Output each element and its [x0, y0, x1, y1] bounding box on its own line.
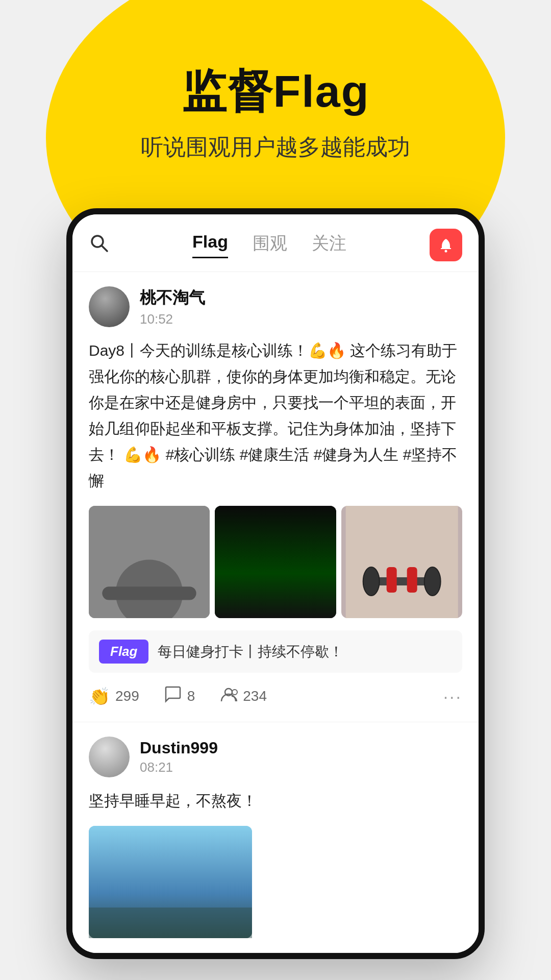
tab-flag[interactable]: Flag	[192, 232, 228, 258]
svg-point-17	[424, 567, 440, 596]
svg-rect-5	[104, 551, 129, 557]
search-icon[interactable]	[89, 233, 109, 258]
hero-section: 监督Flag 听说围观用户越多越能成功	[0, 0, 551, 193]
flag-text: 每日健身打卡丨持续不停歇！	[158, 642, 343, 662]
avatar-1	[89, 286, 130, 327]
svg-rect-9	[263, 506, 288, 618]
like-count: 299	[115, 688, 139, 704]
post-1-user-info: 桃不淘气 10:52	[140, 287, 205, 327]
svg-point-16	[363, 567, 379, 596]
post-1-time: 10:52	[140, 311, 205, 327]
phone-wrapper: Flag 围观 关注 桃不淘气 10:52	[0, 208, 551, 959]
post-2: Dustin999 08:21 坚持早睡早起，不熬夜！	[72, 722, 479, 953]
svg-rect-23	[89, 908, 252, 938]
svg-point-11	[260, 594, 291, 602]
phone-mockup: Flag 围观 关注 桃不淘气 10:52	[66, 208, 485, 959]
hero-title: 监督Flag	[0, 61, 551, 122]
post-2-time: 08:21	[140, 760, 218, 775]
hero-subtitle: 听说围观用户越多越能成功	[0, 132, 551, 162]
post-1-username[interactable]: 桃不淘气	[140, 287, 205, 309]
post-2-content: 坚持早睡早起，不熬夜！	[89, 788, 462, 814]
post-image-gym3	[341, 506, 462, 618]
tab-guanwan[interactable]: 围观	[253, 232, 287, 258]
svg-rect-7	[144, 536, 155, 603]
avatar-2	[89, 737, 130, 777]
notification-bell[interactable]	[430, 229, 462, 261]
more-action[interactable]: ···	[443, 687, 462, 706]
comment-icon	[164, 685, 182, 707]
svg-rect-13	[269, 557, 282, 587]
comment-action[interactable]: 8	[164, 685, 195, 707]
post-image-gym2	[215, 506, 336, 618]
svg-rect-8	[219, 506, 332, 618]
phone-nav: Flag 围观 关注	[72, 214, 479, 272]
post-1-header: 桃不淘气 10:52	[89, 286, 462, 327]
svg-point-21	[232, 690, 237, 695]
like-action[interactable]: 👏 299	[89, 686, 139, 706]
svg-point-2	[445, 250, 447, 253]
post-2-image	[89, 826, 252, 938]
svg-rect-6	[170, 551, 195, 557]
watcher-count: 234	[243, 688, 267, 704]
tab-guanzhu[interactable]: 关注	[312, 232, 346, 258]
svg-line-1	[102, 246, 108, 251]
svg-rect-14	[345, 506, 458, 618]
svg-rect-18	[386, 567, 396, 593]
post-2-user-info: Dustin999 08:21	[140, 739, 218, 775]
post-1: 桃不淘气 10:52 Day8丨今天的训练是核心训练！💪🔥 这个练习有助于强化你…	[72, 272, 479, 722]
post-1-images	[89, 506, 462, 618]
watcher-icon	[219, 685, 238, 707]
like-icon: 👏	[89, 686, 110, 706]
comment-count: 8	[187, 688, 195, 704]
post-2-header: Dustin999 08:21	[89, 737, 462, 777]
svg-rect-10	[268, 516, 283, 598]
svg-rect-3	[93, 506, 206, 618]
flag-label: Flag	[99, 640, 148, 664]
nav-tabs: Flag 围观 关注	[192, 232, 346, 258]
svg-rect-4	[134, 552, 165, 556]
svg-point-12	[266, 535, 285, 558]
svg-rect-19	[407, 567, 417, 593]
post-2-username[interactable]: Dustin999	[140, 739, 218, 757]
post-image-gym1	[89, 506, 210, 618]
flag-badge-row: Flag 每日健身打卡丨持续不停歇！	[89, 630, 462, 673]
post-1-actions: 👏 299 8	[89, 685, 462, 707]
watcher-action[interactable]: 234	[219, 685, 267, 707]
post-1-content: Day8丨今天的训练是核心训练！💪🔥 这个练习有助于强化你的核心肌群，使你的身体…	[89, 337, 462, 494]
